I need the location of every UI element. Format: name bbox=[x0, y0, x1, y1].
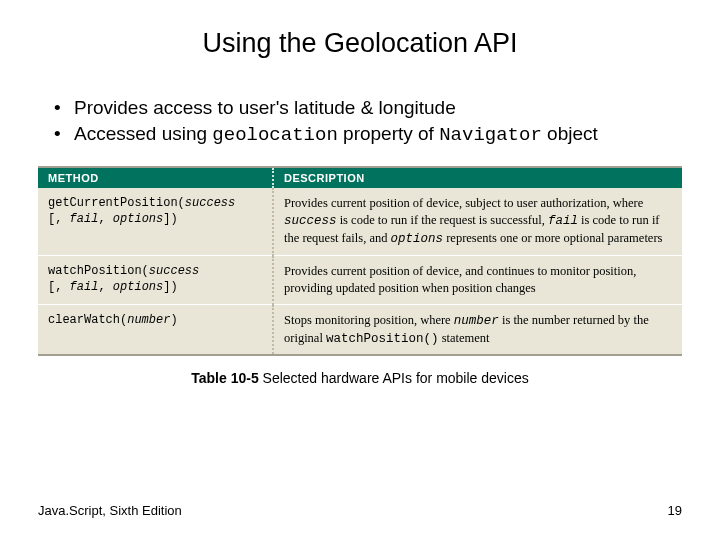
method-cell: getCurrentPosition(success [, fail, opti… bbox=[38, 188, 273, 255]
table-header-description: DESCRIPTION bbox=[273, 167, 682, 188]
desc-text: Stops monitoring position, where bbox=[284, 313, 454, 327]
description-cell: Provides current position of device, and… bbox=[273, 255, 682, 304]
code-text: getCurrentPosition( bbox=[48, 196, 185, 210]
code-arg: fail bbox=[70, 280, 99, 294]
code-text: [, bbox=[48, 280, 70, 294]
bullet-text: property of bbox=[338, 123, 439, 144]
description-cell: Stops monitoring position, where number … bbox=[273, 304, 682, 355]
desc-text: statement bbox=[439, 331, 490, 345]
table-header-method: METHOD bbox=[38, 167, 273, 188]
caption-label: Table 10-5 bbox=[191, 370, 258, 386]
method-cell: clearWatch(number) bbox=[38, 304, 273, 355]
code-inline: geolocation bbox=[212, 124, 337, 146]
code-arg: options bbox=[113, 280, 163, 294]
slide-footer: Java.Script, Sixth Edition 19 bbox=[38, 503, 682, 518]
code-arg: success bbox=[185, 196, 235, 210]
bullet-text: object bbox=[542, 123, 598, 144]
bullet-list: Provides access to user's latitude & lon… bbox=[52, 95, 682, 148]
table-caption: Table 10-5 Selected hardware APIs for mo… bbox=[38, 370, 682, 386]
code-text: [, bbox=[48, 212, 70, 226]
code-inline: options bbox=[391, 232, 444, 246]
code-arg: number bbox=[127, 313, 170, 327]
footer-source: Java.Script, Sixth Edition bbox=[38, 503, 182, 518]
method-cell: watchPosition(success [, fail, options]) bbox=[38, 255, 273, 304]
code-inline: watchPosition() bbox=[326, 332, 439, 346]
code-arg: fail bbox=[70, 212, 99, 226]
code-text: , bbox=[98, 212, 112, 226]
code-inline: success bbox=[284, 214, 337, 228]
caption-text: Selected hardware APIs for mobile device… bbox=[259, 370, 529, 386]
code-inline: Navigator bbox=[439, 124, 542, 146]
code-arg: options bbox=[113, 212, 163, 226]
slide-title: Using the Geolocation API bbox=[38, 28, 682, 59]
bullet-item: Accessed using geolocation property of N… bbox=[52, 121, 682, 149]
code-arg: success bbox=[149, 264, 199, 278]
api-table: METHOD DESCRIPTION getCurrentPosition(su… bbox=[38, 166, 682, 356]
code-text: ]) bbox=[163, 280, 177, 294]
code-text: ) bbox=[170, 313, 177, 327]
code-text: ]) bbox=[163, 212, 177, 226]
description-cell: Provides current position of device, sub… bbox=[273, 188, 682, 255]
table-row: getCurrentPosition(success [, fail, opti… bbox=[38, 188, 682, 255]
table-row: clearWatch(number) Stops monitoring posi… bbox=[38, 304, 682, 355]
table-header-row: METHOD DESCRIPTION bbox=[38, 167, 682, 188]
code-text: , bbox=[98, 280, 112, 294]
bullet-item: Provides access to user's latitude & lon… bbox=[52, 95, 682, 121]
page-number: 19 bbox=[668, 503, 682, 518]
desc-text: is code to run if the request is success… bbox=[337, 213, 548, 227]
table-row: watchPosition(success [, fail, options])… bbox=[38, 255, 682, 304]
bullet-text: Accessed using bbox=[74, 123, 212, 144]
desc-text: represents one or more optional paramete… bbox=[443, 231, 662, 245]
code-text: clearWatch( bbox=[48, 313, 127, 327]
code-inline: number bbox=[454, 314, 499, 328]
code-inline: fail bbox=[548, 214, 578, 228]
desc-text: Provides current position of device, sub… bbox=[284, 196, 643, 210]
code-text: watchPosition( bbox=[48, 264, 149, 278]
